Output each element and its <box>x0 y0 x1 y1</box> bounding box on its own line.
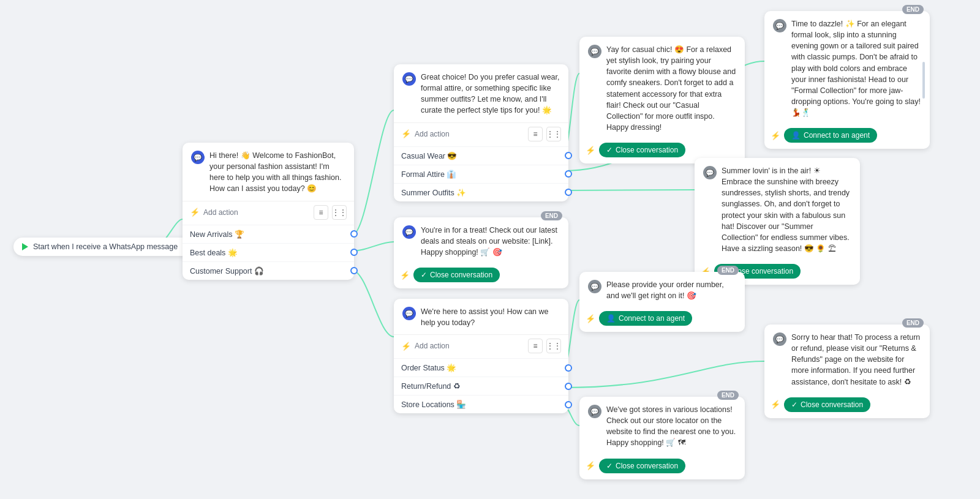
close-conversation-btn-5c[interactable]: ✓ Close conversation <box>599 143 685 157</box>
store-connector <box>565 401 572 408</box>
chat-icon-2: 💬 <box>402 72 416 86</box>
chat-icon-5c: 💬 <box>588 45 601 58</box>
order-status-text: Please provide your order number, and we… <box>606 279 736 301</box>
connect-agent-btn-order[interactable]: 👤 Connect to an agent <box>599 311 692 326</box>
lightning-icon: ⚡ <box>190 208 200 217</box>
option-customer-support-label: Customer Support 🎧 <box>190 266 347 276</box>
grid-icon-btn-2[interactable]: ⋮⋮ <box>546 127 561 141</box>
return-node: END 💬 Sorry to hear that! To process a r… <box>764 325 930 418</box>
option-casual-wear[interactable]: Casual Wear 😎 <box>394 146 568 165</box>
grid-icon-btn[interactable]: ⋮⋮ <box>332 205 347 220</box>
order-status-header: 💬 Please provide your order number, and … <box>579 272 745 307</box>
casual-connector <box>565 152 572 159</box>
lightning-icon-6o: ⚡ <box>586 314 595 323</box>
store-text: We've got stores in various locations! C… <box>606 404 736 449</box>
return-header: 💬 Sorry to hear that! To process a retur… <box>764 325 930 394</box>
summer-response-text: Summer lovin' is in the air! ☀ Embrace t… <box>722 165 851 254</box>
formal-response-header: 💬 Time to dazzle! ✨ For an elegant forma… <box>764 11 930 124</box>
fashion-add-action-label[interactable]: Add action <box>415 130 524 138</box>
summer-response-header: 💬 Summer lovin' is in the air! ☀ Embrace… <box>695 158 860 260</box>
best-deals-header: 💬 You're in for a treat! Check out our l… <box>394 217 568 264</box>
chat-icon-5f: 💬 <box>773 19 786 32</box>
scrollbar <box>922 62 925 99</box>
order-status-connector <box>565 364 572 372</box>
option-store-locations-label: Store Locations 🏪 <box>401 400 561 409</box>
support-add-action-label[interactable]: Add action <box>415 342 524 350</box>
option-summer-outfits-label: Summer Outfits ✨ <box>401 188 561 197</box>
chat-icon-6s: 💬 <box>588 405 601 418</box>
welcome-add-action-label[interactable]: Add action <box>203 208 310 217</box>
agent-icon-formal: 👤 <box>791 131 801 140</box>
list-icon-btn-4[interactable]: ≡ <box>528 339 543 353</box>
best-deals-action-row: ⚡ ✓ Close conversation <box>394 264 568 288</box>
option-new-arrivals[interactable]: New Arrivals 🏆 <box>183 225 354 243</box>
support-text: We're here to assist you! How can we hel… <box>421 306 560 328</box>
lightning-icon-6r: ⚡ <box>771 400 780 409</box>
option-best-deals-label: Best deals 🌟 <box>190 248 347 257</box>
formal-response-node: END 💬 Time to dazzle! ✨ For an elegant f… <box>764 11 930 149</box>
lightning-icon-3: ⚡ <box>400 271 410 280</box>
welcome-node-header: 💬 Hi there! 👋 Welcome to FashionBot, you… <box>183 143 354 201</box>
list-icon-btn[interactable]: ≡ <box>314 205 328 220</box>
chat-icon-6o: 💬 <box>588 280 601 293</box>
fashion-choice-text: Great choice! Do you prefer casual wear,… <box>421 72 560 116</box>
summer-connector <box>565 189 572 196</box>
best-deals-text: You're in for a treat! Check out our lat… <box>421 225 560 258</box>
welcome-node-text: Hi there! 👋 Welcome to FashionBot, your … <box>209 150 345 195</box>
store-node: END 💬 We've got stores in various locati… <box>579 397 745 479</box>
option-casual-wear-label: Casual Wear 😎 <box>401 151 561 160</box>
formal-response-text: Time to dazzle! ✨ For an elegant formal … <box>791 18 921 118</box>
chat-icon-3: 💬 <box>402 225 416 239</box>
option-customer-support[interactable]: Customer Support 🎧 <box>183 261 354 280</box>
return-connector <box>565 383 572 390</box>
order-action-row: ⚡ 👤 Connect to an agent <box>579 307 745 332</box>
option-order-status[interactable]: Order Status 🌟 <box>394 358 568 377</box>
end-badge-return: END <box>902 318 924 328</box>
formal-action-row: ⚡ 👤 Connect to an agent <box>764 124 930 149</box>
casual-response-header: 💬 Yay for casual chic! 😍 For a relaxed y… <box>579 37 745 139</box>
lightning-icon-4: ⚡ <box>401 342 411 351</box>
close-conversation-btn-3[interactable]: ✓ Close conversation <box>413 268 500 282</box>
chat-icon-4: 💬 <box>402 307 416 320</box>
close-icon-5c: ✓ <box>606 146 612 154</box>
option-return-refund-label: Return/Refund ♻ <box>401 381 561 391</box>
customer-support-connector <box>350 267 358 274</box>
close-icon-3: ✓ <box>421 271 427 279</box>
option-store-locations[interactable]: Store Locations 🏪 <box>394 395 568 413</box>
list-icon-btn-2[interactable]: ≡ <box>528 127 543 141</box>
start-node[interactable]: Start when I receive a WhatsApp message <box>13 238 201 256</box>
best-deals-connector <box>350 249 358 256</box>
option-formal-attire[interactable]: Formal Attire 👔 <box>394 165 568 183</box>
return-action-row: ⚡ ✓ Close conversation <box>764 394 930 418</box>
welcome-node: 💬 Hi there! 👋 Welcome to FashionBot, you… <box>183 143 354 280</box>
casual-response-node: 💬 Yay for casual chic! 😍 For a relaxed y… <box>579 37 745 163</box>
fashion-choice-header: 💬 Great choice! Do you prefer casual wea… <box>394 64 568 122</box>
support-node: 💬 We're here to assist you! How can we h… <box>394 299 568 413</box>
end-badge-order: END <box>717 266 739 275</box>
start-label: Start when I receive a WhatsApp message <box>33 242 178 251</box>
option-return-refund[interactable]: Return/Refund ♻ <box>394 377 568 395</box>
chat-icon-5s: 💬 <box>703 166 717 179</box>
connect-agent-btn-formal[interactable]: 👤 Connect to an agent <box>784 128 877 143</box>
end-badge-store: END <box>717 391 739 400</box>
option-best-deals[interactable]: Best deals 🌟 <box>183 243 354 261</box>
support-add-action-row: ⚡ Add action ≡ ⋮⋮ <box>394 334 568 358</box>
chat-icon-6r: 💬 <box>773 332 786 346</box>
formal-connector <box>565 170 572 178</box>
option-new-arrivals-label: New Arrivals 🏆 <box>190 230 347 239</box>
store-header: 💬 We've got stores in various locations!… <box>579 397 745 455</box>
lightning-icon-2: ⚡ <box>401 129 411 138</box>
close-icon-6r: ✓ <box>791 400 797 409</box>
play-icon <box>22 243 28 250</box>
support-header: 💬 We're here to assist you! How can we h… <box>394 299 568 334</box>
lightning-icon-5f: ⚡ <box>771 131 780 140</box>
close-conversation-btn-6s[interactable]: ✓ Close conversation <box>599 459 685 473</box>
grid-icon-btn-4[interactable]: ⋮⋮ <box>546 339 561 353</box>
option-summer-outfits[interactable]: Summer Outfits ✨ <box>394 183 568 201</box>
lightning-icon-6s: ⚡ <box>586 461 595 470</box>
agent-icon-order: 👤 <box>606 314 616 323</box>
store-action-row: ⚡ ✓ Close conversation <box>579 455 745 479</box>
close-conversation-btn-6r[interactable]: ✓ Close conversation <box>784 397 870 412</box>
best-deals-node: END 💬 You're in for a treat! Check out o… <box>394 217 568 288</box>
casual-response-text: Yay for casual chic! 😍 For a relaxed yet… <box>606 44 736 133</box>
